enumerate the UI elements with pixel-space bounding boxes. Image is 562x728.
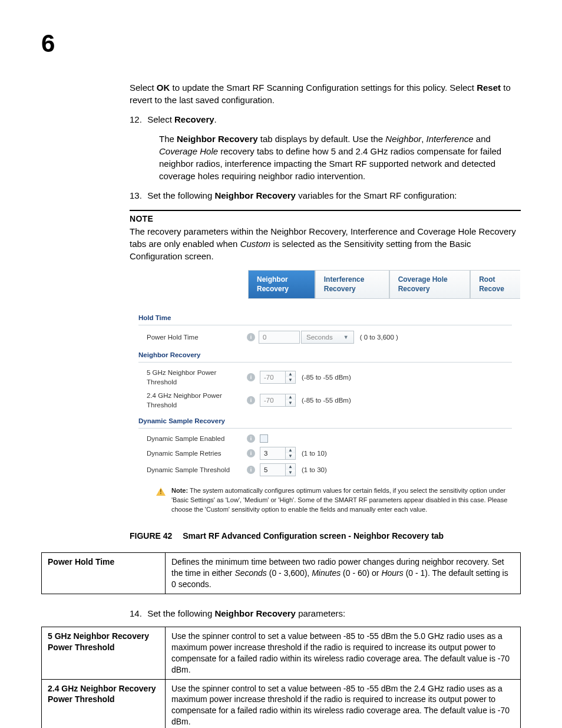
figure-caption: FIGURE 42 Smart RF Advanced Configuratio…: [130, 531, 521, 542]
step-number: 13.: [130, 189, 145, 202]
text: Set the following: [147, 190, 214, 200]
note-divider: [130, 210, 521, 211]
figure-note-text: Note: The system automatically configure…: [171, 486, 512, 515]
step-number: 14.: [130, 607, 145, 620]
text-italic: Coverage Hole: [159, 146, 218, 156]
text: ,: [421, 134, 426, 144]
range-hint: (1 to 30): [302, 465, 327, 475]
step-number: 12.: [130, 113, 145, 126]
text-bold: Neighbor Recovery: [214, 190, 296, 200]
arrow-down-icon[interactable]: ▼: [286, 400, 295, 406]
arrow-up-icon[interactable]: ▲: [286, 394, 295, 400]
range-hint: (1 to 10): [302, 449, 327, 458]
arrow-down-icon[interactable]: ▼: [286, 377, 295, 383]
text: Select: [130, 83, 157, 93]
text-italic: Interference: [427, 134, 474, 144]
text: to update the Smart RF Scanning Configur…: [170, 83, 477, 93]
note-heading: NOTE: [130, 213, 521, 225]
arrow-up-icon[interactable]: ▲: [286, 447, 295, 453]
text: Select: [147, 114, 174, 124]
select-value: Seconds: [306, 332, 333, 342]
step-12-sub: The Neighbor Recovery tab displays by de…: [159, 133, 521, 182]
text: The: [159, 134, 177, 144]
info-icon[interactable]: i: [247, 449, 255, 457]
info-icon[interactable]: i: [247, 333, 255, 341]
24ghz-threshold-input[interactable]: [260, 394, 286, 407]
group-neighbor-recovery: Neighbor Recovery: [138, 350, 512, 360]
note-body: The recovery parameters within the Neigh…: [130, 225, 521, 262]
intro-paragraph: Select OK to update the Smart RF Scannin…: [130, 81, 521, 106]
param-name: 5 GHz Neighbor Recovery Power Threshold: [42, 627, 166, 680]
divider: [138, 428, 512, 429]
5ghz-threshold-spinner[interactable]: ▲▼: [260, 371, 296, 384]
power-hold-time-unit-select[interactable]: Seconds ▼: [301, 331, 354, 344]
row-dynamic-sample-threshold: Dynamic Sample Threshold i ▲▼ (1 to 30): [138, 462, 512, 478]
text-italic: Seconds: [234, 568, 266, 578]
dynamic-sample-enabled-checkbox[interactable]: [260, 434, 268, 443]
row-dynamic-sample-retries: Dynamic Sample Retries i ▲▼ (1 to 10): [138, 445, 512, 462]
table-neighbor-recovery-params: 5 GHz Neighbor Recovery Power Threshold …: [41, 627, 521, 728]
recovery-label: Recovery: [174, 114, 214, 124]
tab-interference-recovery[interactable]: Interference Recovery: [315, 270, 389, 299]
arrow-up-icon[interactable]: ▲: [286, 371, 295, 377]
text-italic: Custom: [240, 239, 271, 249]
spinner-arrows[interactable]: ▲▼: [286, 447, 296, 460]
dynamic-sample-retries-spinner[interactable]: ▲▼: [260, 447, 296, 460]
info-icon[interactable]: i: [247, 396, 255, 404]
label-24ghz-threshold: 2.4 GHz Neighbor Power Threshold: [147, 391, 247, 410]
text: and: [474, 134, 491, 144]
range-hint: (-85 to -55 dBm): [302, 373, 351, 382]
figure-panel: Hold Time Power Hold Time i Seconds ▼ ( …: [130, 299, 520, 522]
text: tab displays by default. Use the: [258, 134, 386, 144]
info-icon[interactable]: i: [247, 434, 255, 443]
spinner-arrows[interactable]: ▲▼: [286, 394, 296, 407]
power-hold-time-input[interactable]: [259, 331, 300, 344]
text: .: [214, 114, 217, 124]
warning-icon: [156, 487, 166, 496]
tab-coverage-hole-recovery[interactable]: Coverage Hole Recovery: [389, 270, 471, 299]
text: Set the following: [147, 608, 214, 618]
ok-label: OK: [157, 83, 170, 93]
label-dynamic-sample-enabled: Dynamic Sample Enabled: [147, 434, 247, 443]
text: parameters:: [296, 608, 345, 618]
dynamic-sample-threshold-input[interactable]: [260, 463, 286, 476]
tab-neighbor-recovery[interactable]: Neighbor Recovery: [248, 270, 315, 299]
row-power-hold-time: Power Hold Time i Seconds ▼ ( 0 to 3,600…: [138, 329, 512, 345]
text-bold: Neighbor Recovery: [214, 608, 296, 618]
tab-root-recovery[interactable]: Root Recove: [470, 270, 520, 299]
info-icon[interactable]: i: [247, 466, 255, 474]
row-24ghz-threshold: 2.4 GHz Neighbor Power Threshold i ▲▼ (-…: [138, 389, 512, 411]
text-bold: Neighbor Recovery: [177, 134, 258, 144]
dynamic-sample-threshold-spinner[interactable]: ▲▼: [260, 463, 296, 476]
figure-number: FIGURE 42: [130, 531, 172, 541]
text: (0 - 60) or: [340, 568, 381, 578]
label-dynamic-sample-threshold: Dynamic Sample Threshold: [147, 465, 247, 475]
row-5ghz-threshold: 5 GHz Neighbor Power Threshold i ▲▼ (-85…: [138, 366, 512, 388]
text-italic: Minutes: [312, 568, 340, 578]
chapter-number: 6: [41, 29, 521, 58]
24ghz-threshold-spinner[interactable]: ▲▼: [260, 394, 296, 407]
info-icon[interactable]: i: [247, 373, 255, 381]
step-14: 14. Set the following Neighbor Recovery …: [130, 607, 521, 620]
text-bold: Note:: [171, 487, 188, 494]
text: (0 - 3,600),: [267, 568, 312, 578]
reset-label: Reset: [477, 83, 501, 93]
dynamic-sample-retries-input[interactable]: [260, 447, 286, 460]
text: The system automatically configures opti…: [171, 487, 507, 513]
spinner-arrows[interactable]: ▲▼: [286, 371, 296, 384]
5ghz-threshold-input[interactable]: [260, 371, 286, 384]
param-desc: Defines the minimum time between two rad…: [166, 553, 521, 594]
arrow-up-icon[interactable]: ▲: [286, 464, 295, 470]
group-dynamic-sample-recovery: Dynamic Sample Recovery: [138, 416, 512, 426]
spinner-arrows[interactable]: ▲▼: [286, 463, 296, 476]
table-power-hold-time: Power Hold Time Defines the minimum time…: [41, 552, 521, 594]
chevron-down-icon: ▼: [343, 334, 349, 341]
step-12: 12. Select Recovery.: [130, 113, 521, 126]
text-italic: Neighbor: [385, 134, 421, 144]
label-power-hold-time: Power Hold Time: [147, 332, 247, 342]
arrow-down-icon[interactable]: ▼: [286, 470, 295, 476]
param-desc: Use the spinner control to set a value b…: [166, 627, 521, 680]
row-dynamic-sample-enabled: Dynamic Sample Enabled i: [138, 432, 512, 445]
divider: [138, 325, 512, 325]
arrow-down-icon[interactable]: ▼: [286, 453, 295, 459]
